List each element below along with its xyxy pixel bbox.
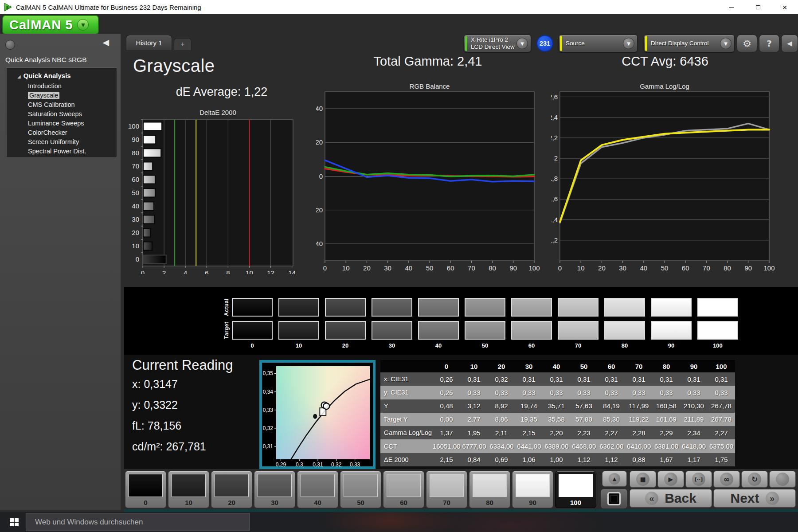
stop-button[interactable]: ■ [630,471,656,488]
svg-text:2,4: 2,4 [551,113,558,121]
play-button[interactable]: ▶ [657,471,684,488]
table-row-label: Target Y [380,416,433,423]
svg-text:0,3: 0,3 [296,462,303,466]
svg-text:0,34: 0,34 [263,389,274,395]
table-row-label: CCT [380,443,433,450]
pattern-button-70[interactable]: 70 [426,471,467,508]
chevron-down-icon[interactable]: ▼ [623,38,634,49]
svg-text:1,8: 1,8 [551,175,558,182]
table-cell: 117,99 [625,402,653,410]
swatch-level-label: 0 [232,342,273,349]
table-column-header: 0 [433,363,460,370]
table-column-header: 40 [543,363,570,370]
swatch-level-label: 40 [418,342,459,349]
pattern-level-label: 60 [383,499,424,506]
window-pattern-button[interactable] [600,489,628,509]
tree-expander-icon[interactable]: ◢ [17,74,21,79]
sidebar-item-screen-uniformity[interactable]: Screen Uniformity [7,137,117,146]
add-tab-button[interactable]: + [174,38,192,50]
sidebar-item-spectral-power-dist-[interactable]: Spectral Power Dist. [7,146,117,156]
sidebar-item-grayscale[interactable]: Grayscale [7,90,117,100]
next-button[interactable]: Next » [713,489,796,508]
display-control-dropdown[interactable]: Direct Display Control ▼ [644,35,735,52]
chevron-left-double-icon: « [645,492,658,505]
play-icon: ▶ [664,473,677,486]
pattern-swatch [129,474,163,497]
minimize-button[interactable] [718,0,745,14]
svg-text:70: 70 [468,264,475,272]
table-row: Gamma Log/Log1,371,952,112,152,202,232,2… [380,426,735,439]
table-column-header: 90 [680,363,708,370]
table-row: ΔE 20002,150,840,691,061,001,121,120,881… [380,453,735,466]
svg-text:40: 40 [405,264,412,272]
sidebar-item-saturation-sweeps[interactable]: Saturation Sweeps [7,109,117,118]
sidebar-item-introduction[interactable]: Introduction [7,81,117,90]
pattern-button-60[interactable]: 60 [383,471,424,508]
close-button[interactable]: × [771,0,798,14]
svg-text:2: 2 [162,269,166,274]
reading-count-badge[interactable]: 231 [536,35,553,52]
window-title: CalMAN 5 CalMAN Ultimate for Business 23… [16,4,201,11]
grayscale-swatch-band: Actual Target 0102030405060708090100 [124,287,798,355]
back-button[interactable]: « Back [630,489,712,508]
pattern-button-0[interactable]: 0 [125,471,166,508]
refresh-button[interactable]: ↻ [741,471,768,488]
table-cell: 2,34 [680,429,708,437]
table-cell: 6416,00 [625,442,653,450]
svg-text:0,32: 0,32 [263,425,274,431]
history-tab[interactable]: History 1 [126,35,172,50]
infinity-icon: ∞ [720,473,733,486]
table-row-label: Y [380,403,433,410]
pattern-button-10[interactable]: 10 [168,471,209,508]
extra-transport-button[interactable] [769,471,796,488]
panel-collapse-button[interactable]: ◀ [781,35,798,52]
continuous-button[interactable]: ∞ [713,471,740,488]
help-button[interactable]: ? [759,35,779,52]
swatch-level-label: 20 [325,342,366,349]
table-column-header: 10 [460,363,488,370]
pattern-button-40[interactable]: 40 [297,471,338,508]
sidebar-collapse-icon[interactable]: ◀ [102,37,109,47]
table-row-label: x: CIE31 [380,376,433,383]
grayscale-actual-swatch-90 [651,298,692,317]
grayscale-data-table: 0102030405060708090100x: CIE310,260,310,… [380,360,735,466]
table-column-header: 80 [653,363,680,370]
logo-dropdown-icon[interactable]: ▼ [77,19,89,31]
start-button[interactable] [5,516,23,529]
table-row-label: Gamma Log/Log [380,429,433,436]
pattern-button-50[interactable]: 50 [340,471,381,508]
settings-button[interactable]: ⚙ [737,35,757,52]
grayscale-actual-swatch-50 [465,298,505,317]
sidebar-item-luminance-sweeps[interactable]: Luminance Sweeps [7,118,117,128]
grayscale-actual-swatch-10 [278,298,319,317]
search-input[interactable]: Web und Windows durchsuchen [26,513,250,531]
grayscale-target-swatch-10 [278,321,319,340]
pattern-level-label: 20 [211,499,252,506]
svg-text:-20: -20 [316,206,323,214]
pattern-button-100[interactable]: 100 [555,471,596,508]
chevron-down-icon[interactable]: ▼ [720,38,732,49]
sidebar-item-colorchecker[interactable]: ColorChecker [7,128,117,137]
pattern-button-90[interactable]: 90 [512,471,553,508]
svg-text:50: 50 [661,264,669,272]
pattern-up-button[interactable]: ▲ [602,471,627,487]
chevron-down-icon[interactable]: ▼ [516,38,528,49]
source-dropdown[interactable]: Source ▼ [559,35,638,52]
table-column-header: 70 [625,363,653,370]
refresh-icon: ↻ [748,473,761,486]
sidebar-item-cms-calibration[interactable]: CMS Calibration [7,100,117,109]
sidebar-dot-button[interactable] [5,40,15,50]
step-series-button[interactable]: [··] [685,471,712,488]
maximize-button[interactable] [745,0,771,14]
pattern-button-20[interactable]: 20 [211,471,252,508]
calman-logo-text: CalMAN 5 [9,18,73,32]
svg-text:5: 5 [6,5,8,10]
pattern-button-80[interactable]: 80 [469,471,510,508]
calman-logo[interactable]: CalMAN 5 ▼ [2,15,99,35]
pattern-button-30[interactable]: 30 [254,471,295,508]
tree-root[interactable]: ◢Quick Analysis [7,68,117,81]
pattern-swatch [344,474,378,497]
table-cell: 267,78 [708,402,735,410]
meter-dropdown[interactable]: X-Rite i1Pro 2LCD Direct View ▼ [464,35,531,52]
pattern-level-label: 30 [254,499,295,506]
